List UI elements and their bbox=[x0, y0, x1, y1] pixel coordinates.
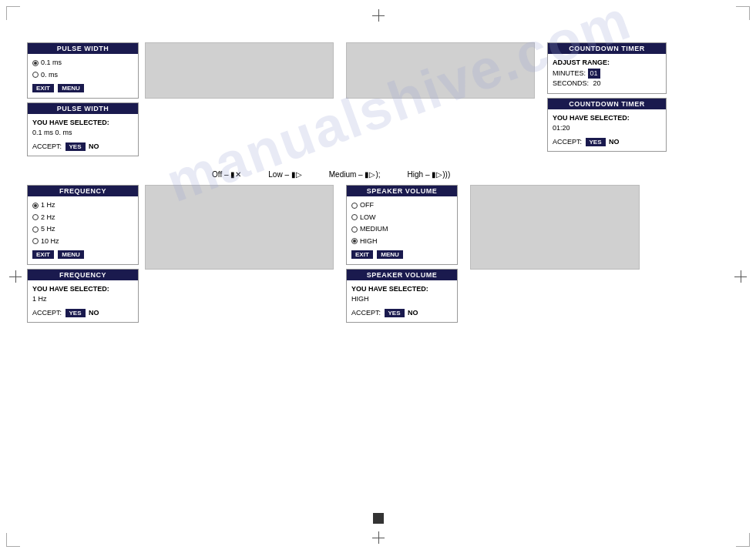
pw-accept-row: ACCEPT: YES NO bbox=[32, 142, 133, 152]
sv-option-1[interactable]: OFF bbox=[351, 200, 452, 211]
freq-radio-2[interactable] bbox=[32, 214, 39, 220]
countdown-panel-2: COUNTDOWN TIMER YOU HAVE SELECTED: 01:20… bbox=[547, 98, 667, 152]
crosshair-top bbox=[372, 9, 385, 22]
corner-mark-tr bbox=[736, 6, 750, 20]
pulse-width-panel-2: PULSE WIDTH YOU HAVE SELECTED: 0.1 ms 0.… bbox=[27, 102, 139, 157]
sv-radio-1[interactable] bbox=[351, 203, 358, 209]
pw-option-1[interactable]: 0.1 ms bbox=[32, 58, 133, 69]
freq-radio-4[interactable] bbox=[32, 238, 39, 244]
pw-radio-2[interactable] bbox=[32, 72, 39, 78]
freq-menu-btn-1[interactable]: MENU bbox=[58, 250, 84, 259]
speaker-volume-body-2: YOU HAVE SELECTED: HIGH ACCEPT: YES NO bbox=[347, 280, 457, 323]
sv-yes-btn[interactable]: YES bbox=[385, 309, 405, 317]
sv-accept-row: ACCEPT: YES NO bbox=[351, 308, 452, 319]
low-icon-label: Low – ▮▷ bbox=[268, 170, 301, 179]
countdown-title-1: COUNTDOWN TIMER bbox=[548, 43, 666, 54]
minutes-row: MINUTES: 01 bbox=[553, 69, 661, 79]
cd-selected-label: YOU HAVE SELECTED: bbox=[553, 113, 661, 124]
sv-option-2[interactable]: LOW bbox=[351, 213, 452, 223]
sv-radio-3[interactable] bbox=[351, 226, 358, 233]
countdown-panel-1: COUNTDOWN TIMER ADJUST RANGE: MINUTES: 0… bbox=[547, 42, 667, 94]
freq-accept-row: ACCEPT: YES NO bbox=[32, 308, 133, 319]
frequency-body-2: YOU HAVE SELECTED: 1 Hz ACCEPT: YES NO bbox=[28, 280, 138, 323]
pw-option-2[interactable]: 0. ms bbox=[32, 70, 133, 81]
cd-no-label: NO bbox=[609, 138, 620, 146]
sv-menu-btn-1[interactable]: MENU bbox=[377, 250, 403, 259]
sv-option-3[interactable]: MEDIUM bbox=[351, 224, 452, 235]
pulse-width-title-2: PULSE WIDTH bbox=[28, 103, 138, 114]
high-icon-label: High – ▮▷))) bbox=[408, 170, 451, 179]
adjust-range-label: ADJUST RANGE: bbox=[553, 58, 661, 69]
pulse-width-body-2: YOU HAVE SELECTED: 0.1 ms 0. ms ACCEPT: … bbox=[28, 114, 138, 156]
frequency-title-2: FREQUENCY bbox=[28, 270, 138, 280]
bottom-indicator bbox=[373, 513, 384, 524]
speaker-volume-body-1: OFF LOW MEDIUM HIGH EXIT bbox=[347, 196, 457, 264]
freq-selected-value: 1 Hz bbox=[32, 294, 133, 305]
speaker-volume-panel-1: SPEAKER VOLUME OFF LOW MEDIUM bbox=[346, 185, 458, 265]
countdown-body-1: ADJUST RANGE: MINUTES: 01 SECONDS: 20 bbox=[548, 54, 666, 93]
countdown-body-2: YOU HAVE SELECTED: 01:20 ACCEPT: YES NO bbox=[548, 109, 666, 152]
freq-option-2[interactable]: 2 Hz bbox=[32, 213, 133, 223]
crosshair-bottom bbox=[372, 531, 385, 544]
frequency-panel-1: FREQUENCY 1 Hz 2 Hz 5 Hz bbox=[27, 185, 139, 265]
sv-selected-value: HIGH bbox=[351, 294, 452, 305]
volume-icons-row: Off – ▮✕ Low – ▮▷ Medium – ▮▷); High – ▮… bbox=[212, 170, 729, 179]
pw-yes-btn[interactable]: YES bbox=[66, 142, 86, 151]
freq-selected-label: YOU HAVE SELECTED: bbox=[32, 284, 133, 295]
seconds-value: 20 bbox=[593, 79, 601, 87]
frequency-body-1: 1 Hz 2 Hz 5 Hz 10 Hz EXIT bbox=[28, 196, 138, 264]
sv-exit-btn-1[interactable]: EXIT bbox=[351, 250, 373, 259]
pw-selected-value: 0.1 ms 0. ms bbox=[32, 128, 133, 139]
freq-option-4[interactable]: 10 Hz bbox=[32, 236, 133, 247]
off-icon-label: Off – ▮✕ bbox=[212, 170, 241, 179]
pulse-width-body-1: 0.1 ms 0. ms EXIT MENU bbox=[28, 54, 138, 98]
pw-selected-label: YOU HAVE SELECTED: bbox=[32, 118, 133, 129]
freq-radio-1[interactable] bbox=[32, 203, 39, 209]
gray-block-bottom-center-1 bbox=[145, 185, 334, 270]
speaker-volume-title-2: SPEAKER VOLUME bbox=[347, 270, 457, 280]
cd-yes-btn[interactable]: YES bbox=[586, 138, 606, 146]
minutes-value: 01 bbox=[588, 69, 600, 79]
freq-radio-3[interactable] bbox=[32, 226, 39, 233]
pw-menu-btn-1[interactable]: MENU bbox=[58, 84, 84, 92]
gray-block-top-center-2 bbox=[346, 42, 535, 99]
cd-selected-value: 01:20 bbox=[553, 123, 661, 134]
speaker-volume-title-1: SPEAKER VOLUME bbox=[347, 186, 457, 196]
sv-option-4[interactable]: HIGH bbox=[351, 236, 452, 247]
corner-mark-tl bbox=[6, 6, 20, 20]
freq-option-3[interactable]: 5 Hz bbox=[32, 224, 133, 235]
medium-icon-label: Medium – ▮▷); bbox=[329, 170, 381, 179]
seconds-row: SECONDS: 20 bbox=[553, 79, 661, 89]
freq-option-1[interactable]: 1 Hz bbox=[32, 200, 133, 211]
cd-accept-row: ACCEPT: YES NO bbox=[553, 137, 661, 148]
freq-no-label: NO bbox=[89, 309, 99, 317]
freq-btn-row-1: EXIT MENU bbox=[32, 250, 133, 260]
pw-btn-row-1: EXIT MENU bbox=[32, 83, 133, 94]
pw-radio-1[interactable] bbox=[32, 60, 39, 66]
frequency-title-1: FREQUENCY bbox=[28, 186, 138, 196]
frequency-panel-2: FREQUENCY YOU HAVE SELECTED: 1 Hz ACCEPT… bbox=[27, 269, 139, 323]
corner-mark-br bbox=[736, 533, 750, 547]
corner-mark-bl bbox=[6, 533, 20, 547]
freq-exit-btn-1[interactable]: EXIT bbox=[32, 250, 54, 259]
sv-btn-row-1: EXIT MENU bbox=[351, 250, 452, 260]
sv-selected-label: YOU HAVE SELECTED: bbox=[351, 284, 452, 295]
gray-block-bottom-center-2 bbox=[470, 185, 640, 270]
speaker-volume-panel-2: SPEAKER VOLUME YOU HAVE SELECTED: HIGH A… bbox=[346, 269, 458, 323]
gray-block-top-center-1 bbox=[145, 42, 334, 99]
crosshair-left bbox=[9, 270, 22, 283]
sv-radio-4[interactable] bbox=[351, 238, 358, 244]
pw-exit-btn-1[interactable]: EXIT bbox=[32, 84, 54, 92]
crosshair-right bbox=[734, 270, 747, 283]
sv-no-label: NO bbox=[408, 309, 418, 317]
sv-radio-2[interactable] bbox=[351, 214, 358, 220]
pulse-width-title-1: PULSE WIDTH bbox=[28, 43, 138, 54]
pw-no-label: NO bbox=[89, 142, 99, 150]
countdown-title-2: COUNTDOWN TIMER bbox=[548, 99, 666, 109]
freq-yes-btn[interactable]: YES bbox=[66, 309, 86, 317]
pulse-width-panel-1: PULSE WIDTH 0.1 ms 0. ms EXIT MENU bbox=[27, 42, 139, 99]
